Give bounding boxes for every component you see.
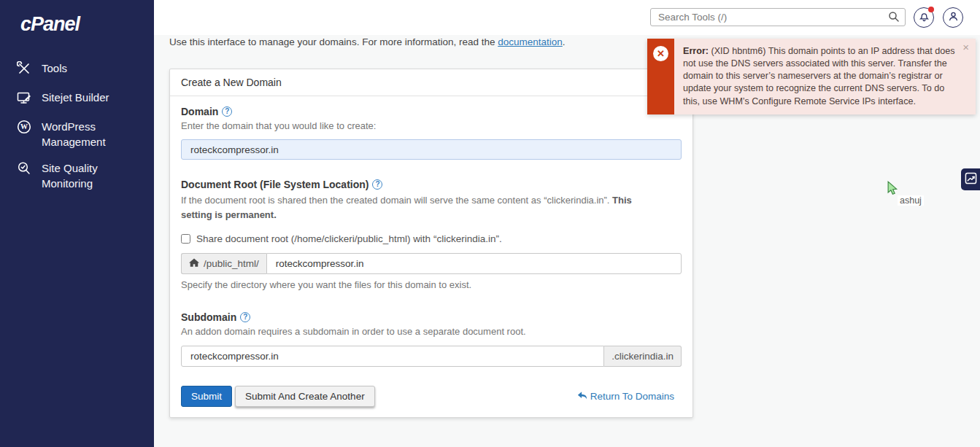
return-arrow-icon bbox=[577, 391, 587, 403]
domain-label-row: Domain ? bbox=[181, 106, 682, 117]
create-domain-card: Create a New Domain Domain ? Enter the d… bbox=[169, 69, 693, 418]
sidebar-item-label: Sitejet Builder bbox=[42, 90, 109, 105]
error-toast-strip: ✕ bbox=[647, 39, 674, 114]
cursor-user-label: ashuj bbox=[898, 195, 924, 206]
intro-text-before: Use this interface to manage your domain… bbox=[169, 36, 498, 47]
subdomain-helper: An addon domain requires a subdomain in … bbox=[181, 326, 682, 337]
error-label: Error: bbox=[683, 46, 709, 56]
sidebar-item-sitejet-builder[interactable]: Sitejet Builder bbox=[0, 90, 154, 108]
help-icon-document-root[interactable]: ? bbox=[372, 179, 382, 190]
wordpress-icon: W bbox=[17, 120, 34, 137]
svg-text:W: W bbox=[20, 123, 28, 131]
document-root-helper: Specify the directory where you want the… bbox=[181, 279, 682, 290]
sidebar-item-label: Site Quality Monitoring bbox=[42, 160, 136, 191]
domain-input[interactable] bbox=[181, 139, 682, 160]
sidebar-item-site-quality-monitoring[interactable]: Site Quality Monitoring bbox=[0, 160, 154, 191]
notifications-button[interactable] bbox=[914, 7, 934, 28]
subdomain-label-row: Subdomain ? bbox=[181, 311, 682, 323]
domain-helper: Enter the domain that you would like to … bbox=[181, 120, 682, 131]
submit-button[interactable]: Submit bbox=[181, 386, 232, 407]
doc-root-desc-period: . bbox=[274, 209, 277, 220]
share-docroot-checkbox[interactable] bbox=[181, 234, 190, 244]
share-docroot-row: Share document root (/home/clickeri/publ… bbox=[181, 233, 682, 244]
document-root-label-row: Document Root (File System Location) ? bbox=[181, 179, 682, 190]
document-root-label: Document Root (File System Location) bbox=[181, 179, 369, 190]
intro-text-after: . bbox=[563, 36, 566, 47]
user-menu-button[interactable] bbox=[943, 7, 963, 28]
search-icon bbox=[888, 11, 900, 26]
subdomain-input-group: .clickerindia.in bbox=[181, 346, 682, 367]
cursor-pointer-icon bbox=[886, 185, 899, 198]
help-icon-domain[interactable]: ? bbox=[222, 106, 232, 117]
remote-cursor: ashuj bbox=[886, 181, 899, 198]
sidebar-item-label: Tools bbox=[42, 61, 67, 76]
topbar bbox=[154, 0, 980, 35]
user-icon bbox=[948, 11, 959, 25]
path-prefix-label: /public_html/ bbox=[204, 258, 259, 269]
error-toast: ✕ Error: (XID hbntm6) This domain points… bbox=[647, 39, 976, 114]
error-icon: ✕ bbox=[653, 46, 668, 61]
chart-icon bbox=[965, 172, 977, 187]
bell-icon bbox=[919, 11, 930, 25]
site-quality-icon bbox=[17, 161, 34, 179]
form-actions: Submit Submit And Create Another Return … bbox=[181, 386, 682, 407]
path-prefix-addon: /public_html/ bbox=[181, 253, 266, 274]
doc-root-desc-text: If the document root is shared then the … bbox=[181, 195, 612, 206]
tools-icon bbox=[17, 61, 34, 79]
error-message: (XID hbntm6) This domain points to an IP… bbox=[683, 46, 955, 106]
subdomain-label: Subdomain bbox=[181, 311, 236, 323]
return-link-label: Return To Domains bbox=[590, 391, 674, 402]
documentation-link[interactable]: documentation bbox=[498, 36, 563, 47]
error-toast-body: Error: (XID hbntm6) This domain points t… bbox=[674, 39, 976, 114]
return-to-domains-link[interactable]: Return To Domains bbox=[577, 391, 674, 403]
card-title: Create a New Domain bbox=[170, 69, 692, 96]
sidebar: cPanel Tools Sitejet Builder bbox=[0, 0, 154, 447]
search-box bbox=[650, 8, 906, 26]
document-root-input[interactable] bbox=[266, 253, 682, 274]
intro-text: Use this interface to manage your domain… bbox=[169, 36, 566, 47]
card-body: Domain ? Enter the domain that you would… bbox=[170, 96, 692, 416]
sidebar-nav: Tools Sitejet Builder W WordPress Manage… bbox=[0, 61, 154, 191]
subdomain-suffix-addon: .clickerindia.in bbox=[604, 346, 682, 367]
close-icon[interactable]: × bbox=[962, 42, 969, 53]
help-icon-subdomain[interactable]: ? bbox=[240, 312, 250, 322]
notification-dot bbox=[928, 7, 934, 12]
sidebar-item-wordpress-management[interactable]: W WordPress Management bbox=[0, 119, 154, 149]
analytics-side-tab[interactable] bbox=[961, 168, 980, 190]
submit-and-create-another-button[interactable]: Submit And Create Another bbox=[235, 386, 375, 407]
home-icon bbox=[189, 258, 199, 270]
document-root-input-group: /public_html/ bbox=[181, 253, 682, 274]
document-root-description: If the document root is shared then the … bbox=[181, 193, 659, 222]
subdomain-input[interactable] bbox=[181, 346, 604, 367]
search-input[interactable] bbox=[650, 8, 906, 26]
domain-label: Domain bbox=[181, 106, 218, 117]
sitejet-icon bbox=[17, 90, 34, 108]
sidebar-item-label: WordPress Management bbox=[42, 119, 136, 149]
cpanel-logo[interactable]: cPanel bbox=[20, 13, 154, 36]
sidebar-item-tools[interactable]: Tools bbox=[0, 61, 154, 79]
share-docroot-label: Share document root (/home/clickeri/publ… bbox=[196, 233, 502, 244]
